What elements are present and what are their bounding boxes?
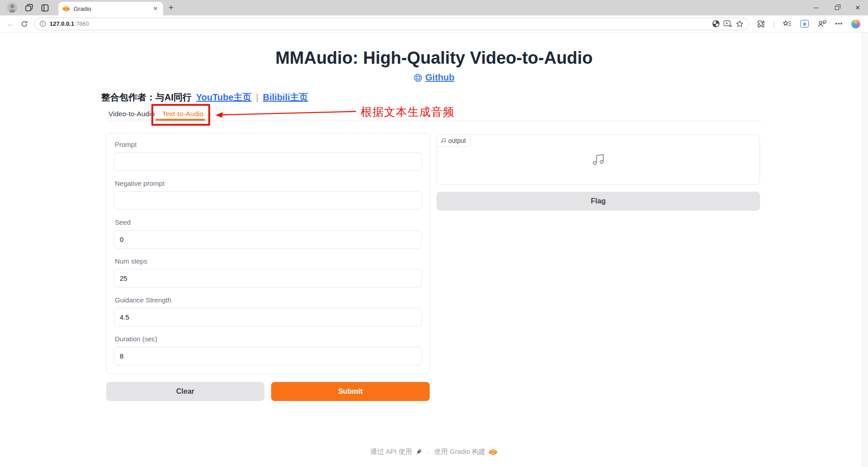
author-separator: | xyxy=(256,92,258,103)
workspaces-icon[interactable] xyxy=(25,4,33,12)
gradio-logo-icon xyxy=(488,449,497,455)
duration-label: Duration (sec) xyxy=(115,335,422,343)
new-tab-button[interactable]: + xyxy=(169,3,174,13)
author-row: 整合包作者：与AI同行 YouTube主页 | Bilibili主页 xyxy=(101,91,308,104)
annotation-text: 根据文本生成音频 xyxy=(361,104,455,119)
annotation-arrow-icon xyxy=(215,108,358,118)
browser-tab-title: Gradio xyxy=(74,5,148,12)
music-placeholder-icon xyxy=(591,153,605,166)
prompt-label: Prompt xyxy=(115,141,422,148)
minimize-button[interactable] xyxy=(806,0,826,15)
api-link[interactable]: 通过 API 使用 xyxy=(371,448,413,456)
tab-close-icon[interactable]: ✕ xyxy=(152,5,159,12)
restore-button[interactable] xyxy=(826,0,847,15)
annotation-box xyxy=(151,104,210,126)
seed-label: Seed xyxy=(115,218,422,226)
youtube-link[interactable]: YouTube主页 xyxy=(196,91,252,104)
favorites-icon[interactable] xyxy=(783,20,792,28)
address-bar[interactable]: 127.0.0.1:7860 xyxy=(34,18,749,30)
seed-input[interactable] xyxy=(114,230,422,249)
github-link-label: Github xyxy=(425,72,454,83)
copilot-icon[interactable] xyxy=(851,19,860,28)
footer: 通过 API 使用 · 使用 Gradio 构建 xyxy=(0,448,868,456)
num-steps-input[interactable] xyxy=(114,269,422,288)
picture-in-picture-icon[interactable] xyxy=(723,20,732,27)
flag-button[interactable]: Flag xyxy=(436,192,760,211)
bilibili-link[interactable]: Bilibili主页 xyxy=(263,91,308,104)
guidance-strength-input[interactable] xyxy=(114,308,422,326)
site-info-icon[interactable] xyxy=(39,20,46,27)
field-num-steps: Num steps xyxy=(114,257,422,288)
footer-separator: · xyxy=(427,448,429,456)
tab-actions-icon[interactable] xyxy=(41,4,49,12)
url-port: :7860 xyxy=(74,20,89,27)
form-panel: Prompt Negative prompt Seed Num steps Gu… xyxy=(106,133,430,374)
github-row: Github xyxy=(0,72,868,84)
window-controls: ✕ xyxy=(806,0,868,15)
field-negative-prompt: Negative prompt xyxy=(114,179,422,210)
num-steps-label: Num steps xyxy=(115,257,422,265)
clear-button[interactable]: Clear xyxy=(106,382,264,401)
globe-icon xyxy=(413,73,422,82)
gradio-favicon-icon xyxy=(62,6,70,12)
field-guidance-strength: Guidance Strength xyxy=(114,296,422,326)
url-text: 127.0.0.1:7860 xyxy=(50,20,89,27)
profile-avatar-icon[interactable] xyxy=(7,3,17,13)
url-host: 127.0.0.1 xyxy=(50,20,74,27)
author-prefix: 整合包作者：与AI同行 xyxy=(101,91,192,104)
duration-input[interactable] xyxy=(114,347,422,365)
scrollbar[interactable] xyxy=(862,33,868,467)
page-title: MMAudio: High-Quality Video-to-Audio xyxy=(0,48,868,68)
audio-output-panel: output xyxy=(436,134,760,185)
tracking-prevention-icon[interactable] xyxy=(712,20,720,28)
close-button[interactable]: ✕ xyxy=(847,0,868,15)
output-label: output xyxy=(448,137,466,144)
rocket-icon xyxy=(415,448,422,455)
browser-toolbar: ← 127.0.0.1:7860 | e xyxy=(0,15,868,33)
field-seed: Seed xyxy=(114,218,422,249)
field-duration: Duration (sec) xyxy=(114,335,422,365)
browser-tab-strip: Gradio ✕ + ✕ xyxy=(0,0,868,15)
browser-essentials-icon[interactable]: e xyxy=(800,20,809,28)
music-note-icon xyxy=(441,138,446,143)
feedback-icon[interactable] xyxy=(817,20,826,28)
negative-prompt-label: Negative prompt xyxy=(115,179,422,187)
toolbar-divider: | xyxy=(773,20,775,28)
prompt-input[interactable] xyxy=(114,152,422,171)
extensions-icon[interactable] xyxy=(756,20,765,28)
github-link[interactable]: Github xyxy=(413,72,454,83)
screen: Gradio ✕ + ✕ ← 127.0.0.1:7860 xyxy=(0,0,868,467)
field-prompt: Prompt xyxy=(114,141,422,171)
tab-video-to-audio[interactable]: Video-to-Audio xyxy=(108,110,155,118)
favorite-star-icon[interactable] xyxy=(736,20,744,28)
back-button[interactable]: ← xyxy=(6,19,15,29)
submit-button[interactable]: Submit xyxy=(271,382,430,401)
output-label-chip: output xyxy=(437,135,471,147)
settings-menu-icon[interactable]: ••• xyxy=(835,20,843,27)
negative-prompt-input[interactable] xyxy=(114,191,422,210)
guidance-strength-label: Guidance Strength xyxy=(115,296,422,304)
browser-tab[interactable]: Gradio ✕ xyxy=(58,2,163,15)
refresh-button[interactable] xyxy=(21,20,28,28)
gradio-link[interactable]: 使用 Gradio 构建 xyxy=(434,448,485,456)
